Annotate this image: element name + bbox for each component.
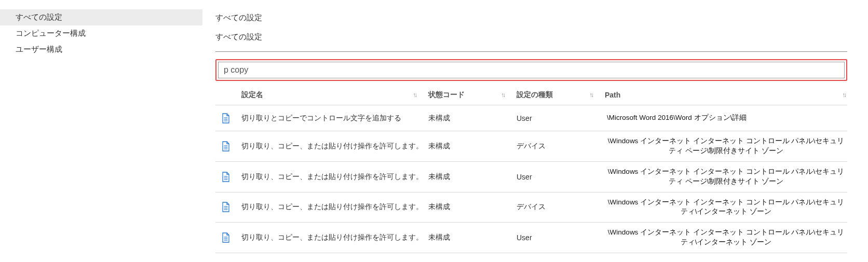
column-label: 設定の種類 <box>517 90 553 100</box>
sidebar-item-label: すべての設定 <box>16 12 62 21</box>
cell-status: 未構成 <box>428 114 517 123</box>
table-row[interactable]: 切り取り、コピー、または貼り付け操作を許可します。 未構成 User \Wind… <box>215 161 847 192</box>
table-row[interactable]: 切り取り、コピー、または貼り付け操作を許可します。 未構成 デバイス \Wind… <box>215 131 847 161</box>
cell-path: \Windows インターネット インターネット コントロール パネル\セキュリ… <box>605 167 847 187</box>
cell-name: 切り取り、コピー、または貼り付け操作を許可します。 <box>241 233 428 242</box>
cell-status: 未構成 <box>428 202 517 212</box>
cell-path: \Windows インターネット インターネット コントロール パネル\セキュリ… <box>605 228 847 247</box>
sidebar: すべての設定 コンピューター構成 ユーザー構成 <box>0 0 202 262</box>
row-icon-cell <box>221 202 241 212</box>
document-icon <box>222 172 230 182</box>
cell-status: 未構成 <box>428 142 517 151</box>
row-icon-cell <box>221 232 241 243</box>
settings-table: 設定名 ↑↓ 状態コード ↑↓ 設定の種類 ↑↓ Path ↑↓ <box>215 85 847 253</box>
page-title: すべての設定 <box>215 13 847 23</box>
sidebar-item-label: ユーザー構成 <box>16 45 62 53</box>
row-icon-cell <box>221 172 241 182</box>
document-icon <box>222 232 230 243</box>
column-header-path[interactable]: Path ↑↓ <box>605 91 847 99</box>
column-header-type[interactable]: 設定の種類 ↑↓ <box>517 90 605 100</box>
search-highlight <box>215 59 847 81</box>
table-row[interactable]: 切り取り、コピー、または貼り付け操作を許可します。 未構成 デバイス \Wind… <box>215 192 847 223</box>
cell-type: User <box>517 233 605 242</box>
document-icon <box>222 113 230 123</box>
document-icon <box>222 202 230 212</box>
table-row[interactable]: 切り取りとコピーでコントロール文字を追加する 未構成 User \Microso… <box>215 105 847 131</box>
column-label: 状態コード <box>428 90 465 100</box>
column-header-status[interactable]: 状態コード ↑↓ <box>428 90 517 100</box>
sort-icon: ↑↓ <box>842 91 845 99</box>
cell-type: デバイス <box>517 142 605 151</box>
divider <box>215 51 847 52</box>
cell-name: 切り取り、コピー、または貼り付け操作を許可します。 <box>241 172 428 182</box>
cell-path: \Windows インターネット インターネット コントロール パネル\セキュリ… <box>605 198 847 217</box>
row-icon-cell <box>221 141 241 151</box>
sidebar-item-all-settings[interactable]: すべての設定 <box>0 9 202 25</box>
cell-type: User <box>517 173 605 181</box>
cell-name: 切り取り、コピー、または貼り付け操作を許可します。 <box>241 142 428 151</box>
cell-type: User <box>517 114 605 122</box>
cell-path: \Windows インターネット インターネット コントロール パネル\セキュリ… <box>605 136 847 156</box>
column-label: Path <box>605 91 620 99</box>
table-body: 切り取りとコピーでコントロール文字を追加する 未構成 User \Microso… <box>215 105 847 253</box>
sidebar-item-user-config[interactable]: ユーザー構成 <box>0 42 202 58</box>
cell-type: デバイス <box>517 202 605 212</box>
cell-name: 切り取り、コピー、または貼り付け操作を許可します。 <box>241 202 428 212</box>
sort-icon: ↑↓ <box>589 91 592 99</box>
table-header: 設定名 ↑↓ 状態コード ↑↓ 設定の種類 ↑↓ Path ↑↓ <box>215 85 847 105</box>
main-panel: すべての設定 すべての設定 設定名 ↑↓ 状態コード ↑↓ 設定の種類 ↑↓ P… <box>202 0 868 262</box>
column-header-name[interactable]: 設定名 ↑↓ <box>241 90 428 100</box>
row-icon-cell <box>221 113 241 123</box>
cell-status: 未構成 <box>428 233 517 242</box>
sidebar-item-computer-config[interactable]: コンピューター構成 <box>0 25 202 42</box>
table-row[interactable]: 切り取り、コピー、または貼り付け操作を許可します。 未構成 User \Wind… <box>215 222 847 253</box>
cell-name: 切り取りとコピーでコントロール文字を追加する <box>241 114 428 123</box>
column-label: 設定名 <box>241 90 263 100</box>
document-icon <box>222 141 230 151</box>
sort-icon: ↑↓ <box>501 91 504 99</box>
search-input[interactable] <box>218 62 845 78</box>
cell-status: 未構成 <box>428 172 517 182</box>
page-subtitle: すべての設定 <box>215 32 847 42</box>
sidebar-item-label: コンピューター構成 <box>16 29 86 37</box>
sort-icon: ↑↓ <box>413 91 416 99</box>
cell-path: \Microsoft Word 2016\Word オプション\詳細 <box>605 113 847 123</box>
